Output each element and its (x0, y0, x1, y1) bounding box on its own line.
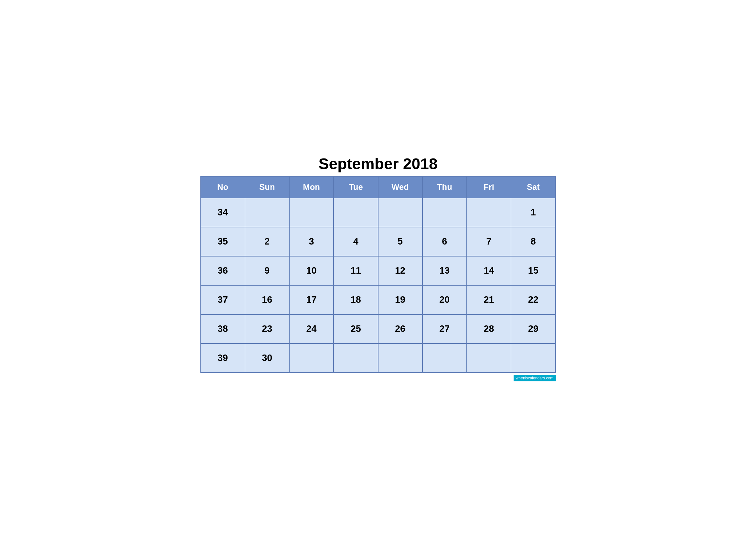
calendar-day (422, 198, 467, 227)
calendar-day: 14 (467, 256, 511, 285)
week-number: 38 (201, 314, 245, 344)
calendar-day: 4 (334, 227, 378, 256)
table-row: 3930 (201, 344, 555, 373)
calendar-day: 8 (511, 227, 555, 256)
calendar-day: 19 (378, 285, 422, 314)
calendar-container: September 2018 No Sun Mon Tue Wed Thu Fr… (201, 155, 556, 380)
table-row: 369101112131415 (201, 256, 555, 285)
calendar-day: 6 (422, 227, 467, 256)
calendar-day: 24 (289, 314, 334, 344)
col-thu: Thu (422, 176, 467, 198)
calendar-day: 13 (422, 256, 467, 285)
calendar-day: 15 (511, 256, 555, 285)
calendar-day: 2 (245, 227, 289, 256)
week-number: 36 (201, 256, 245, 285)
calendar-day: 29 (511, 314, 555, 344)
col-sat: Sat (511, 176, 555, 198)
calendar-day: 5 (378, 227, 422, 256)
calendar-day (467, 198, 511, 227)
calendar-day (289, 344, 334, 373)
calendar-day (245, 198, 289, 227)
calendar-day: 25 (334, 314, 378, 344)
calendar-day: 18 (334, 285, 378, 314)
calendar-day (334, 344, 378, 373)
calendar-day: 28 (467, 314, 511, 344)
col-sun: Sun (245, 176, 289, 198)
header-row: No Sun Mon Tue Wed Thu Fri Sat (201, 176, 555, 198)
col-tue: Tue (334, 176, 378, 198)
calendar-day: 16 (245, 285, 289, 314)
week-number: 34 (201, 198, 245, 227)
calendar-title: September 2018 (201, 155, 556, 173)
calendar-day: 20 (422, 285, 467, 314)
col-fri: Fri (467, 176, 511, 198)
calendar-day: 1 (511, 198, 555, 227)
calendar-table: No Sun Mon Tue Wed Thu Fri Sat 341352345… (201, 176, 556, 373)
calendar-day (334, 198, 378, 227)
week-number: 39 (201, 344, 245, 373)
calendar-day: 3 (289, 227, 334, 256)
calendar-day: 12 (378, 256, 422, 285)
calendar-day: 9 (245, 256, 289, 285)
calendar-day (422, 344, 467, 373)
calendar-day: 10 (289, 256, 334, 285)
calendar-day: 22 (511, 285, 555, 314)
calendar-day (511, 344, 555, 373)
week-number: 37 (201, 285, 245, 314)
watermark-link[interactable]: wheniscalendars.com (514, 375, 556, 381)
table-row: 3716171819202122 (201, 285, 555, 314)
calendar-day (289, 198, 334, 227)
watermark: wheniscalendars.com (201, 376, 556, 380)
col-no: No (201, 176, 245, 198)
calendar-day (378, 198, 422, 227)
table-row: 352345678 (201, 227, 555, 256)
week-number: 35 (201, 227, 245, 256)
calendar-day: 27 (422, 314, 467, 344)
col-mon: Mon (289, 176, 334, 198)
calendar-day (378, 344, 422, 373)
calendar-day: 30 (245, 344, 289, 373)
calendar-day: 7 (467, 227, 511, 256)
col-wed: Wed (378, 176, 422, 198)
calendar-day: 21 (467, 285, 511, 314)
calendar-day: 17 (289, 285, 334, 314)
calendar-day: 26 (378, 314, 422, 344)
table-row: 341 (201, 198, 555, 227)
calendar-day: 11 (334, 256, 378, 285)
calendar-day: 23 (245, 314, 289, 344)
calendar-day (467, 344, 511, 373)
table-row: 3823242526272829 (201, 314, 555, 344)
